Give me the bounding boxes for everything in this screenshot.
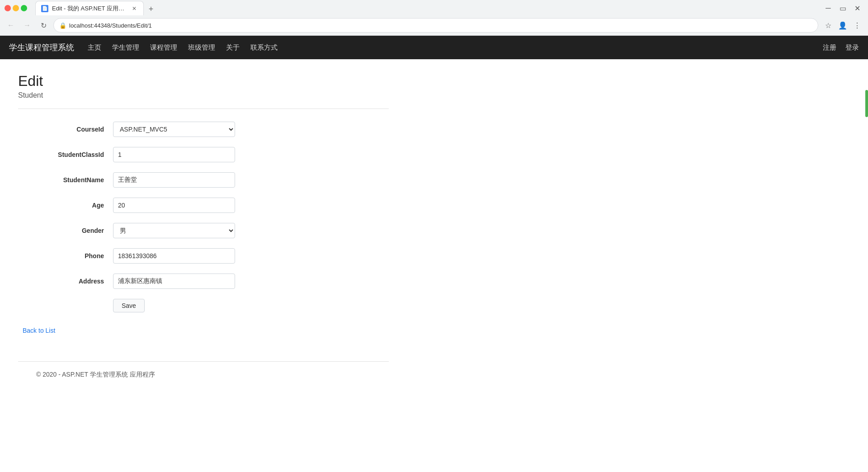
nav-class-management[interactable]: 班级管理 bbox=[188, 42, 215, 54]
course-id-row: CourseId ASP.NET_MVC5 Java Python C# bbox=[23, 122, 389, 137]
scrollbar[interactable] bbox=[865, 90, 868, 117]
page-content: Edit Student CourseId ASP.NET_MVC5 Java … bbox=[0, 59, 407, 401]
maximize-button[interactable] bbox=[21, 5, 27, 11]
navbar-brand[interactable]: 学生课程管理系统 bbox=[9, 42, 74, 53]
page-heading: Edit bbox=[18, 73, 389, 90]
address-input[interactable] bbox=[113, 274, 235, 289]
navbar-right: 注册 登录 bbox=[823, 43, 859, 52]
tab-close-button[interactable]: ✕ bbox=[131, 5, 138, 12]
address-label: Address bbox=[23, 278, 113, 285]
reload-button[interactable]: ↻ bbox=[37, 19, 50, 32]
age-row: Age bbox=[23, 198, 389, 213]
student-class-id-row: StudentClassId bbox=[23, 147, 389, 162]
tab-favicon: 📄 bbox=[41, 5, 48, 12]
close-button[interactable] bbox=[5, 5, 11, 11]
bookmark-button[interactable]: ☆ bbox=[822, 19, 835, 32]
gender-row: Gender 男 女 bbox=[23, 223, 389, 238]
edit-form: CourseId ASP.NET_MVC5 Java Python C# Stu… bbox=[18, 122, 389, 312]
divider bbox=[18, 109, 389, 109]
age-input[interactable] bbox=[113, 198, 235, 213]
minimize-button[interactable] bbox=[13, 5, 19, 11]
address-row: Address bbox=[23, 274, 389, 289]
student-class-id-input[interactable] bbox=[113, 147, 235, 162]
save-row: Save bbox=[23, 299, 389, 312]
profile-button[interactable]: 👤 bbox=[836, 19, 849, 32]
back-to-list-link[interactable]: Back to List bbox=[23, 327, 55, 334]
window-restore-button[interactable]: ▭ bbox=[836, 2, 849, 14]
footer-text: © 2020 - ASP.NET 学生管理系统 应用程序 bbox=[36, 371, 155, 378]
back-nav-button[interactable]: ← bbox=[5, 19, 17, 32]
url-bar[interactable]: 🔒 localhost:44348/Students/Edit/1 bbox=[53, 18, 818, 33]
student-name-input[interactable] bbox=[113, 172, 235, 188]
app-navbar: 学生课程管理系统 主页 学生管理 课程管理 班级管理 关于 联系方式 注册 登录 bbox=[0, 36, 868, 59]
course-id-select[interactable]: ASP.NET_MVC5 Java Python C# bbox=[113, 122, 235, 137]
nav-student-management[interactable]: 学生管理 bbox=[112, 42, 139, 54]
tab-title: Edit - 我的 ASP.NET 应用程序 bbox=[52, 5, 127, 13]
student-name-label: StudentName bbox=[23, 176, 113, 184]
phone-input[interactable] bbox=[113, 248, 235, 264]
page-subheading: Student bbox=[18, 91, 389, 99]
age-label: Age bbox=[23, 202, 113, 209]
nav-home[interactable]: 主页 bbox=[88, 42, 101, 54]
lock-icon: 🔒 bbox=[59, 22, 66, 29]
student-name-row: StudentName bbox=[23, 172, 389, 188]
navbar-links: 主页 学生管理 课程管理 班级管理 关于 联系方式 bbox=[88, 42, 823, 54]
nav-course-management[interactable]: 课程管理 bbox=[150, 42, 177, 54]
nav-contact[interactable]: 联系方式 bbox=[250, 42, 278, 54]
footer: © 2020 - ASP.NET 学生管理系统 应用程序 bbox=[18, 361, 389, 388]
phone-label: Phone bbox=[23, 252, 113, 260]
course-id-label: CourseId bbox=[23, 126, 113, 133]
nav-login[interactable]: 登录 bbox=[845, 43, 859, 52]
gender-select[interactable]: 男 女 bbox=[113, 223, 235, 238]
student-class-id-label: StudentClassId bbox=[23, 151, 113, 158]
browser-tab[interactable]: 📄 Edit - 我的 ASP.NET 应用程序 ✕ bbox=[35, 1, 144, 15]
gender-label: Gender bbox=[23, 227, 113, 234]
menu-button[interactable]: ⋮ bbox=[851, 19, 863, 32]
save-button[interactable]: Save bbox=[113, 299, 145, 312]
phone-row: Phone bbox=[23, 248, 389, 264]
nav-about[interactable]: 关于 bbox=[226, 42, 240, 54]
window-minimize-button[interactable]: ─ bbox=[822, 2, 835, 14]
nav-register[interactable]: 注册 bbox=[823, 43, 836, 52]
new-tab-button[interactable]: + bbox=[145, 3, 157, 15]
url-text: localhost:44348/Students/Edit/1 bbox=[69, 22, 812, 29]
forward-nav-button[interactable]: → bbox=[21, 19, 33, 32]
window-close-button[interactable]: ✕ bbox=[851, 2, 863, 14]
